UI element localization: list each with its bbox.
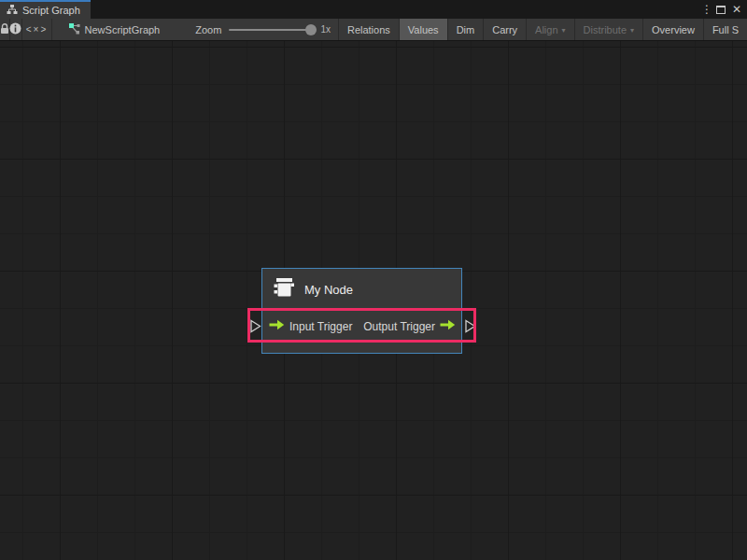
node-title: My Node <box>304 283 353 297</box>
unit-icon <box>271 274 297 304</box>
tab-label: Script Graph <box>22 5 80 16</box>
full-screen-button[interactable]: Full S <box>703 19 747 40</box>
graph-canvas[interactable]: My Node Input Trigger Output Trigger <box>0 41 747 560</box>
graph-hierarchy-icon <box>7 2 18 19</box>
lock-button[interactable] <box>0 19 9 40</box>
values-button[interactable]: Values <box>399 19 447 40</box>
zoom-control: Zoom 1x <box>169 19 338 40</box>
close-icon[interactable]: ✕ <box>731 0 742 19</box>
zoom-value: 1x <box>320 24 331 35</box>
output-trigger-port[interactable]: Output Trigger <box>363 319 456 333</box>
node-header[interactable]: My Node <box>262 269 461 311</box>
graph-asset-breadcrumb[interactable]: NewScriptGraph <box>52 19 170 40</box>
unit-node[interactable]: My Node Input Trigger Output Trigger <box>261 268 462 354</box>
carry-button[interactable]: Carry <box>483 19 526 40</box>
info-button[interactable] <box>9 19 21 40</box>
zoom-slider[interactable] <box>229 29 313 31</box>
graph-toolbar: <×> NewScriptGraph Zoom 1x Relation <box>0 19 747 41</box>
overview-button[interactable]: Overview <box>642 19 703 40</box>
input-port-label: Input Trigger <box>289 320 352 333</box>
relations-button[interactable]: Relations <box>338 19 399 40</box>
title-bar-spacer <box>91 0 701 19</box>
input-trigger-port[interactable]: Input Trigger <box>269 319 352 333</box>
info-icon <box>9 22 21 36</box>
zoom-label: Zoom <box>195 24 221 35</box>
tab-script-graph[interactable]: Script Graph <box>0 0 91 19</box>
script-graph-asset-icon <box>68 22 80 36</box>
flow-arrow-icon <box>440 319 456 333</box>
title-bar: Script Graph ⋮ ✕ <box>0 0 747 19</box>
script-graph-window: Script Graph ⋮ ✕ <box>0 0 747 560</box>
output-connection-arrow[interactable] <box>464 319 476 333</box>
window-menu-icon[interactable]: ⋮ <box>701 0 711 19</box>
align-dropdown-button[interactable]: Align ▾ <box>526 19 573 40</box>
lock-icon <box>0 23 9 36</box>
output-port-label: Output Trigger <box>363 320 435 333</box>
code-view-button[interactable]: <×> <box>22 19 51 40</box>
graph-asset-name: NewScriptGraph <box>85 24 161 35</box>
maximize-icon[interactable] <box>716 6 726 14</box>
window-controls: ⋮ ✕ <box>701 0 747 19</box>
node-port-row: Input Trigger Output Trigger <box>262 311 461 342</box>
zoom-slider-handle[interactable] <box>305 24 317 35</box>
dim-button[interactable]: Dim <box>447 19 484 40</box>
chevron-down-icon: ▾ <box>562 26 566 35</box>
flow-arrow-icon <box>269 319 285 333</box>
chevron-down-icon: ▾ <box>630 26 634 35</box>
toolbar-buttons: Relations Values Dim Carry Align ▾ Distr… <box>338 19 747 40</box>
input-connection-arrow[interactable] <box>249 319 261 333</box>
distribute-dropdown-button[interactable]: Distribute ▾ <box>574 19 642 40</box>
